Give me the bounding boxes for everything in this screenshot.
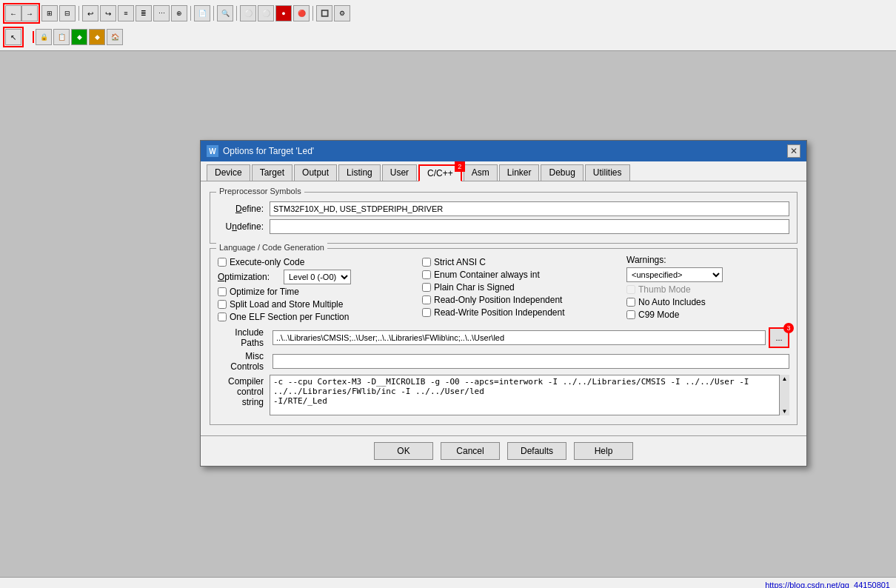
path-btn-label: ...: [775, 333, 782, 342]
read-only-pos-check[interactable]: [422, 295, 431, 304]
optimize-time-row: Optimize for Time: [218, 287, 415, 297]
no-auto-includes-row: No Auto Includes: [626, 297, 789, 307]
scroll-up[interactable]: ▲: [782, 375, 788, 382]
compiler-label: Compilercontrolstring: [218, 375, 270, 407]
misc-controls-input[interactable]: [273, 354, 789, 369]
compiler-input[interactable]: -c --cpu Cortex-M3 -D__MICROLIB -g -O0 -…: [270, 375, 789, 415]
defaults-button[interactable]: Defaults: [507, 442, 566, 460]
no-auto-includes-label: No Auto Includes: [638, 297, 706, 307]
tab-debug[interactable]: Debug: [541, 164, 583, 181]
tb-btn-16[interactable]: 🔴: [293, 5, 310, 21]
tb-btn-18[interactable]: ⚙: [334, 5, 350, 21]
read-only-pos-label: Read-Only Position Independent: [434, 295, 562, 305]
tab-cc[interactable]: C/C++ 2: [418, 164, 462, 181]
tb-btn-7[interactable]: ≡: [118, 5, 134, 21]
optimization-select[interactable]: Level 0 (-O0): [284, 270, 351, 284]
undefine-row: Undefine:: [218, 219, 789, 234]
enum-container-label: Enum Container always int: [434, 270, 540, 280]
plain-char-check[interactable]: [422, 283, 431, 292]
tb2-btn-5[interactable]: ◆: [89, 29, 105, 45]
forward-btn[interactable]: →: [21, 5, 38, 21]
tab-linker[interactable]: Linker: [499, 164, 540, 181]
no-auto-includes-check[interactable]: [626, 298, 635, 307]
tb2-btn-4[interactable]: ◆: [71, 29, 87, 45]
dialog-footer: OK Cancel Defaults Help: [201, 435, 806, 466]
tb-btn-9[interactable]: ⋯: [153, 5, 170, 21]
status-url[interactable]: https://blog.csdn.net/qq_44150801: [765, 581, 890, 589]
include-paths-button[interactable]: ... 3: [769, 327, 789, 348]
one-elf-label: One ELF Section per Function: [230, 312, 349, 322]
tab-output[interactable]: Output: [294, 164, 337, 181]
optimization-label: Optimization:: [218, 272, 281, 282]
language-label: Language / Code Generation: [216, 243, 327, 252]
define-input[interactable]: [270, 201, 789, 216]
tb-btn-3[interactable]: ⊞: [41, 5, 58, 21]
misc-controls-row: MiscControls: [218, 351, 789, 372]
tb-btn-17[interactable]: 🔲: [316, 5, 332, 21]
tb2-btn-3[interactable]: 📋: [53, 29, 70, 45]
tab-listing[interactable]: Listing: [338, 164, 381, 181]
compiler-line2: ../../Libraries/FWlib/inc -I ../../User/…: [273, 387, 775, 396]
one-elf-check[interactable]: [218, 313, 227, 321]
include-paths-input[interactable]: [273, 330, 766, 345]
toolbar-row-2: ↖ 🔒 📋 ◆ ◆ 🏠: [3, 25, 893, 49]
tab-user[interactable]: User: [382, 164, 417, 181]
tab-device[interactable]: Device: [207, 164, 250, 181]
tb-btn-13[interactable]: ⚪: [240, 5, 256, 21]
define-row: Define:: [218, 201, 789, 216]
read-write-pos-label: Read-Write Position Independent: [434, 307, 565, 318]
back-btn[interactable]: ←: [5, 5, 21, 21]
tb-btn-11[interactable]: 📄: [194, 5, 210, 21]
enum-container-row: Enum Container always int: [422, 270, 619, 280]
tb-btn-10[interactable]: ⊕: [171, 5, 187, 21]
tb-btn-8[interactable]: ≣: [136, 5, 152, 21]
split-load-label: Split Load and Store Multiple: [230, 299, 343, 310]
undefine-input[interactable]: [270, 219, 789, 234]
preprocessor-label: Preprocessor Symbols: [216, 187, 304, 196]
tb-btn-6[interactable]: ↪: [100, 5, 116, 21]
strict-ansi-row: Strict ANSI C: [422, 257, 619, 267]
thumb-mode-label: Thumb Mode: [638, 284, 691, 295]
language-section: Execute-only Code Optimization: Level 0 …: [218, 255, 789, 324]
tb-btn-14[interactable]: ⚪: [258, 5, 274, 21]
close-button[interactable]: ✕: [787, 144, 800, 158]
tb2-btn-6[interactable]: 🏠: [107, 29, 123, 45]
tb-btn-5[interactable]: ↩: [82, 5, 98, 21]
cancel-button[interactable]: Cancel: [441, 442, 500, 460]
dialog-titlebar: W Options for Target 'Led' ✕: [201, 141, 806, 161]
read-write-pos-row: Read-Write Position Independent: [422, 307, 619, 318]
ok-button[interactable]: OK: [374, 442, 433, 460]
warnings-select[interactable]: <unspecified>: [626, 267, 723, 282]
enum-container-check[interactable]: [422, 270, 431, 279]
optimize-time-check[interactable]: [218, 287, 227, 296]
arrow-box: ← →: [3, 3, 40, 24]
execute-only-check[interactable]: [218, 258, 227, 267]
tb2-btn-2[interactable]: 🔒: [36, 29, 52, 45]
dialog-title: Options for Target 'Led': [223, 146, 314, 156]
badge-3: 3: [783, 323, 794, 333]
cursor-btn[interactable]: ↖: [5, 29, 21, 45]
warnings-label: Warnings:: [626, 255, 789, 265]
strict-ansi-check[interactable]: [422, 258, 431, 267]
arrow-down-indicator: [25, 31, 34, 43]
tb-btn-4[interactable]: ⊟: [59, 5, 76, 21]
tab-utilities[interactable]: Utilities: [585, 164, 630, 181]
options-dialog: W Options for Target 'Led' ✕ Device Targ…: [200, 140, 807, 467]
tb-btn-12[interactable]: 🔍: [217, 5, 233, 21]
sep-5: [312, 6, 313, 21]
split-load-check[interactable]: [218, 300, 227, 309]
plain-char-row: Plain Char is Signed: [422, 282, 619, 293]
tab-target[interactable]: Target: [252, 164, 292, 181]
c99-mode-row: C99 Mode: [626, 310, 789, 320]
include-paths-row: IncludePaths ... 3: [218, 327, 789, 348]
execute-only-row: Execute-only Code: [218, 257, 415, 267]
help-button[interactable]: Help: [574, 442, 633, 460]
read-write-pos-check[interactable]: [422, 308, 431, 317]
c99-mode-label: C99 Mode: [638, 310, 679, 320]
tab-asm[interactable]: Asm: [464, 164, 498, 181]
thumb-mode-check[interactable]: [626, 285, 635, 294]
toolbar-area: ← → ⊞ ⊟ ↩ ↪ ≡ ≣ ⋯ ⊕ 📄 🔍 ⚪ ⚪ ● 🔴 🔲 ⚙ ↖ 🔒 …: [0, 0, 896, 51]
tb-btn-15[interactable]: ●: [275, 5, 292, 21]
scroll-down[interactable]: ▼: [782, 408, 788, 415]
c99-mode-check[interactable]: [626, 310, 635, 319]
